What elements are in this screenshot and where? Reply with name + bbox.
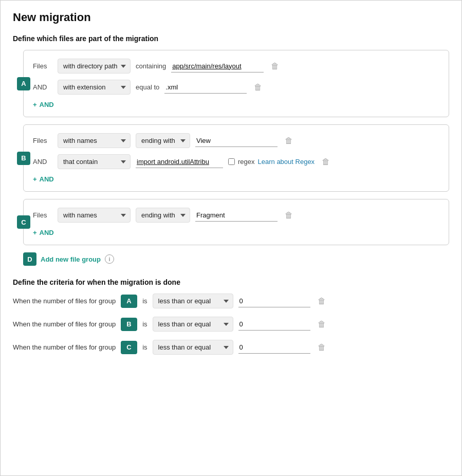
and-label-a2: AND xyxy=(33,83,52,91)
filter-type-dropdown-a1[interactable]: with directory path with names with exte… xyxy=(58,59,131,74)
criteria-is-b: is xyxy=(142,320,147,328)
file-group-a: A Files with directory path with names w… xyxy=(23,50,449,117)
delete-icon-criteria-a[interactable]: 🗑 xyxy=(318,297,326,306)
group-badge-c: C xyxy=(17,215,30,229)
criteria-row-a: When the number of files for group ABC i… xyxy=(13,294,449,308)
file-group-c: C Files with directory path with names w… xyxy=(23,199,449,245)
page-title: New migration xyxy=(13,11,449,24)
criteria-group-badge-b: ABC xyxy=(121,318,137,331)
add-and-label-a: AND xyxy=(40,101,54,108)
delete-icon-a1[interactable]: 🗑 xyxy=(271,62,279,71)
value-input-b2[interactable] xyxy=(136,156,223,168)
files-label-a1: Files xyxy=(33,62,52,70)
filter-type-dropdown-b1[interactable]: with directory path with names with exte… xyxy=(58,133,131,148)
criteria-prefix-b: When the number of files for group xyxy=(13,320,116,328)
criteria-operator-a[interactable]: less than or equal greater than or equal… xyxy=(153,294,233,308)
file-group-a-row-1: Files with directory path with names wit… xyxy=(33,59,439,74)
criteria-operator-c[interactable]: less than or equal greater than or equal… xyxy=(153,340,233,355)
add-and-button-c[interactable]: + AND xyxy=(33,229,54,236)
file-group-c-row-1: Files with directory path with names wit… xyxy=(33,208,439,223)
plus-icon-a: + xyxy=(33,101,37,108)
files-label-b1: Files xyxy=(33,137,52,144)
criteria-group-select-a[interactable]: ABC xyxy=(125,297,133,305)
value-input-a1[interactable] xyxy=(171,60,264,72)
value-input-a2[interactable] xyxy=(164,81,247,94)
add-and-button-a[interactable]: + AND xyxy=(33,101,54,108)
criteria-section: Define the criteria for when the migrati… xyxy=(13,278,449,355)
criteria-prefix-c: When the number of files for group xyxy=(13,343,116,351)
criteria-group-select-c[interactable]: ABC xyxy=(125,343,133,351)
delete-icon-criteria-b[interactable]: 🗑 xyxy=(318,320,326,329)
regex-learn-link-b2[interactable]: Learn about Regex xyxy=(258,158,315,166)
delete-icon-c1[interactable]: 🗑 xyxy=(285,211,293,220)
criteria-operator-b[interactable]: less than or equal greater than or equal… xyxy=(153,317,233,332)
criteria-section-title: Define the criteria for when the migrati… xyxy=(13,278,449,286)
filter-type-dropdown-c1[interactable]: with directory path with names with exte… xyxy=(58,208,131,223)
regex-checkbox-b2[interactable] xyxy=(228,158,235,165)
filter-type-dropdown-b2[interactable]: with directory path with names with exte… xyxy=(58,154,131,169)
add-and-label-c: AND xyxy=(40,229,54,236)
page-container: New migration Define which files are par… xyxy=(0,0,462,476)
criteria-group-badge-a: ABC xyxy=(121,295,137,308)
add-group-label[interactable]: Add new file group xyxy=(41,255,101,263)
add-group-badge: D xyxy=(23,252,36,266)
criteria-group-badge-c: ABC xyxy=(121,341,137,354)
criteria-value-a[interactable] xyxy=(238,295,310,307)
plus-icon-c: + xyxy=(33,229,37,236)
plus-icon-b: + xyxy=(33,175,37,183)
delete-icon-criteria-c[interactable]: 🗑 xyxy=(318,343,326,352)
value-input-b1[interactable] xyxy=(195,135,278,147)
operator-label-a2: equal to xyxy=(136,83,159,91)
delete-icon-b1[interactable]: 🗑 xyxy=(285,136,293,145)
add-group-row[interactable]: D Add new file group i xyxy=(23,252,449,266)
criteria-is-a: is xyxy=(142,297,147,305)
and-label-b2: AND xyxy=(33,158,52,166)
criteria-row-b: When the number of files for group ABC i… xyxy=(13,317,449,332)
filter-type-dropdown-a2[interactable]: with directory path with extension with … xyxy=(58,80,131,95)
operator-dropdown-b1[interactable]: ending with starting with equal to conta… xyxy=(136,133,190,148)
add-and-label-b: AND xyxy=(40,175,54,183)
info-icon: i xyxy=(105,254,114,264)
criteria-prefix-a: When the number of files for group xyxy=(13,297,116,305)
operator-label-a1: containing xyxy=(136,62,166,70)
criteria-group-select-b[interactable]: ABC xyxy=(125,320,133,328)
regex-label-b2: regex xyxy=(238,158,255,166)
file-groups-wrapper: A Files with directory path with names w… xyxy=(13,50,449,245)
files-section-title: Define which files are part of the migra… xyxy=(13,34,449,43)
regex-row-b2: regex Learn about Regex xyxy=(228,158,315,166)
group-badge-b: B xyxy=(17,152,30,165)
file-group-b-row-1: Files with directory path with names wit… xyxy=(33,133,439,148)
group-badge-a: A xyxy=(17,77,30,90)
file-group-a-row-2: AND with directory path with extension w… xyxy=(33,80,439,95)
criteria-value-c[interactable] xyxy=(238,341,310,354)
files-label-c1: Files xyxy=(33,211,52,219)
file-group-b: B Files with directory path with names w… xyxy=(23,124,449,192)
file-group-b-row-2: AND with directory path with names with … xyxy=(33,154,439,169)
add-and-button-b[interactable]: + AND xyxy=(33,175,54,183)
value-input-c1[interactable] xyxy=(195,209,278,222)
criteria-is-c: is xyxy=(142,343,147,351)
operator-dropdown-c1[interactable]: ending with starting with equal to conta… xyxy=(136,208,190,223)
delete-icon-b2[interactable]: 🗑 xyxy=(322,157,330,167)
criteria-row-c: When the number of files for group ABC i… xyxy=(13,340,449,355)
delete-icon-a2[interactable]: 🗑 xyxy=(254,83,262,92)
criteria-value-b[interactable] xyxy=(238,318,310,331)
